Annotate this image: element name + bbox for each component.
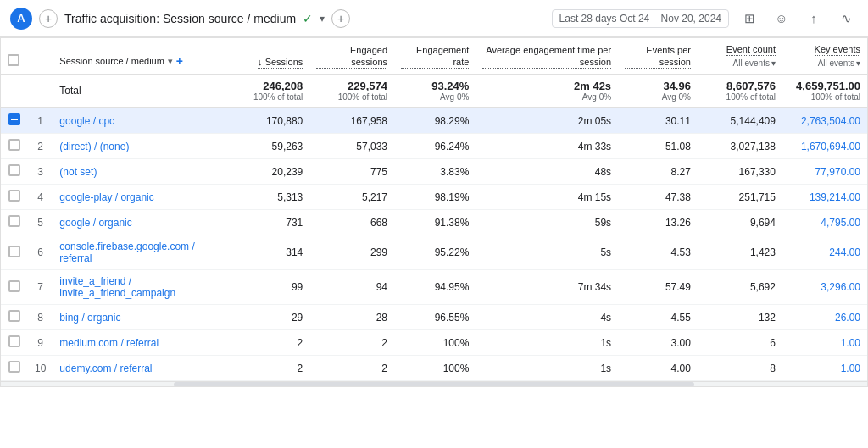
scrollbar-thumb[interactable] [174, 382, 693, 387]
key-events-value-link[interactable]: 4,795.00 [821, 217, 860, 229]
row-checkbox[interactable] [8, 139, 20, 151]
row-checkbox-cell[interactable] [1, 108, 28, 134]
key-events-value-link[interactable]: 139,214.00 [810, 191, 860, 203]
table-row: 1google / cpc170,880167,95898.29%2m 05s3… [1, 108, 867, 134]
row-dimension[interactable]: invite_a_friend / invite_a_friend_campai… [53, 270, 233, 305]
total-avg: 2m 42s Avg 0% [476, 75, 618, 108]
key-events-value[interactable]: 1.00 [782, 330, 867, 356]
dimension-link[interactable]: google-play / organic [59, 191, 153, 203]
key-events-value[interactable]: 77,970.00 [782, 159, 867, 185]
row-checkbox-cell[interactable] [1, 185, 28, 210]
row-number: 2 [28, 134, 53, 159]
avatar[interactable]: A [10, 8, 32, 30]
share-icon[interactable]: ↑ [802, 7, 826, 30]
row-checkbox[interactable] [8, 190, 20, 202]
row-checkbox[interactable] [8, 280, 20, 292]
row-dimension[interactable]: (not set) [53, 159, 233, 185]
row-dimension[interactable]: google / cpc [53, 108, 233, 134]
compare-icon[interactable]: ⊞ [737, 7, 761, 30]
key-events-value-link[interactable]: 1,670,694.00 [801, 141, 860, 152]
header-rate-col: Engagement rate [394, 38, 476, 75]
row-checkbox[interactable] [8, 310, 20, 322]
key-events-value[interactable]: 26.00 [782, 305, 867, 330]
date-range-picker[interactable]: Last 28 days Oct 24 – Nov 20, 2024 [552, 9, 729, 28]
dimension-sort-icon[interactable]: ▾ [168, 55, 173, 67]
row-checkbox-cell[interactable] [1, 356, 28, 381]
dimension-link[interactable]: (not set) [59, 166, 97, 178]
rate-value: 96.55% [394, 305, 476, 330]
row-dimension[interactable]: (direct) / (none) [53, 134, 233, 159]
eventcount-dropdown-arrow[interactable]: ▾ [771, 58, 776, 69]
row-checkbox-cell[interactable] [1, 235, 28, 270]
row-checkbox[interactable] [8, 246, 20, 257]
row-checkbox[interactable] [8, 215, 20, 227]
key-events-value[interactable]: 2,763,504.00 [782, 108, 867, 134]
sessions-value: 731 [233, 210, 309, 235]
row-dimension[interactable]: udemy.com / referral [53, 356, 233, 381]
add-dimension-button[interactable]: + [176, 53, 183, 69]
dimension-link[interactable]: udemy.com / referral [59, 362, 152, 374]
rate-col-label: Engagement rate [401, 44, 469, 69]
row-checkbox[interactable] [8, 113, 20, 125]
rate-value: 91.38% [394, 210, 476, 235]
sessions-value: 29 [233, 305, 309, 330]
key-events-value[interactable]: 1.00 [782, 356, 867, 381]
dimension-link[interactable]: google / organic [59, 217, 131, 229]
keyevents-dropdown-arrow[interactable]: ▾ [856, 58, 860, 69]
dimension-link[interactable]: bing / organic [59, 312, 120, 324]
row-checkbox[interactable] [8, 361, 20, 373]
row-checkbox-cell[interactable] [1, 210, 28, 235]
key-events-value-link[interactable]: 26.00 [835, 312, 860, 324]
dimension-link[interactable]: invite_a_friend / invite_a_friend_campai… [59, 275, 175, 299]
engaged-value: 167,958 [309, 108, 394, 134]
row-checkbox[interactable] [8, 335, 20, 347]
key-events-value-link[interactable]: 3,296.00 [821, 281, 860, 293]
row-dimension[interactable]: google / organic [53, 210, 233, 235]
dimension-link[interactable]: (direct) / (none) [59, 141, 129, 152]
engaged-value: 668 [309, 210, 394, 235]
rate-value: 98.29% [394, 108, 476, 134]
engaged-value: 2 [309, 330, 394, 356]
key-events-value-link[interactable]: 2,763,504.00 [801, 115, 860, 127]
row-dimension[interactable]: console.firebase.google.com / referral [53, 235, 233, 270]
row-number: 3 [28, 159, 53, 185]
row-dimension[interactable]: medium.com / referral [53, 330, 233, 356]
eps-value: 47.38 [618, 185, 698, 210]
event-count-value: 6 [698, 330, 782, 356]
key-events-value[interactable]: 244.00 [782, 235, 867, 270]
row-checkbox-cell[interactable] [1, 134, 28, 159]
keyevents-filter-label: All events [818, 58, 854, 69]
dimension-link[interactable]: medium.com / referral [59, 337, 159, 349]
dimension-link[interactable]: console.firebase.google.com / referral [59, 241, 194, 264]
row-checkbox-cell[interactable] [1, 305, 28, 330]
row-dimension[interactable]: bing / organic [53, 305, 233, 330]
sessions-value: 2 [233, 356, 309, 381]
keyevents-col-label: Key events [815, 43, 860, 56]
row-dimension[interactable]: google-play / organic [53, 185, 233, 210]
horizontal-scrollbar[interactable] [1, 381, 867, 386]
engaged-value: 57,033 [309, 134, 394, 159]
key-events-value[interactable]: 1,670,694.00 [782, 134, 867, 159]
dimension-link[interactable]: google / cpc [59, 115, 114, 127]
row-checkbox[interactable] [8, 164, 20, 176]
row-checkbox-cell[interactable] [1, 270, 28, 305]
chart-icon[interactable]: ∿ [834, 7, 858, 30]
face-icon[interactable]: ☺ [770, 7, 793, 30]
key-events-value-link[interactable]: 77,970.00 [815, 166, 860, 178]
key-events-value-link[interactable]: 244.00 [829, 246, 860, 258]
key-events-value[interactable]: 139,214.00 [782, 185, 867, 210]
key-events-value[interactable]: 4,795.00 [782, 210, 867, 235]
topbar: A + Traffic acquisition: Session source … [0, 0, 868, 37]
row-checkbox-cell[interactable] [1, 159, 28, 185]
add-view-button[interactable]: + [331, 9, 350, 28]
eventcount-col-label: Event count [726, 43, 776, 56]
key-events-value-link[interactable]: 1.00 [841, 337, 860, 349]
key-events-value[interactable]: 3,296.00 [782, 270, 867, 305]
row-checkbox-cell[interactable] [1, 330, 28, 356]
key-events-value-link[interactable]: 1.00 [841, 362, 860, 374]
table-row: 7invite_a_friend / invite_a_friend_campa… [1, 270, 867, 305]
add-tab-button[interactable]: + [39, 9, 58, 28]
total-row: Total 246,208 100% of total 229,574 100%… [1, 75, 867, 108]
title-dropdown-button[interactable]: ▾ [320, 13, 325, 25]
header-checkbox[interactable] [8, 54, 19, 66]
